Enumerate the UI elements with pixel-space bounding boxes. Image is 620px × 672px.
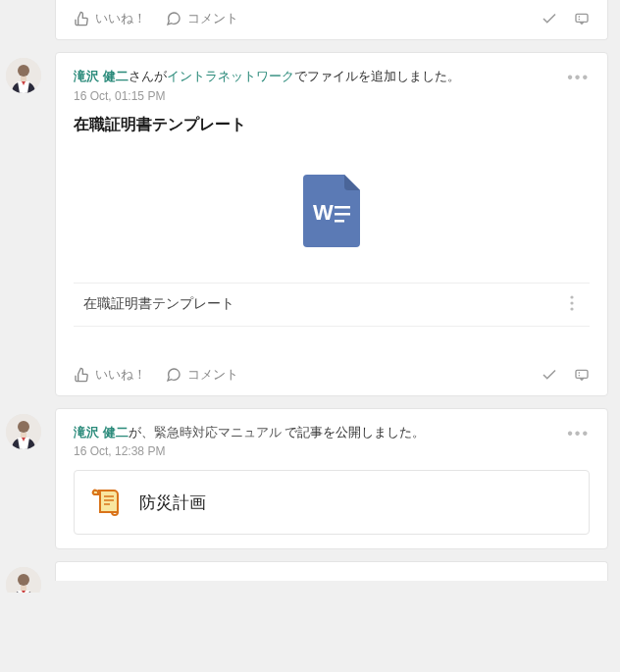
file-menu-icon[interactable] <box>564 295 580 314</box>
timestamp: 16 Oct, 01:15 PM <box>74 89 560 103</box>
svg-rect-13 <box>576 370 588 378</box>
svg-rect-8 <box>335 213 350 216</box>
svg-point-11 <box>570 301 573 304</box>
feed-card: 滝沢 健二が、緊急時対応マニュアル で記事を公開しました。 16 Oct, 12… <box>55 408 608 550</box>
avatar[interactable] <box>6 58 41 93</box>
file-name[interactable]: 在職証明書テンプレート <box>83 295 234 313</box>
scroll-icon <box>90 487 122 518</box>
like-button[interactable]: いいね！ <box>74 366 146 384</box>
comment-label: コメント <box>187 366 238 384</box>
svg-point-4 <box>18 65 29 77</box>
activity-line: 滝沢 健二さんがイントラネットワークでファイルを追加しました。 <box>74 67 560 86</box>
comment-icon <box>166 11 181 26</box>
more-options-icon[interactable]: ••• <box>567 69 590 86</box>
svg-point-17 <box>18 421 29 433</box>
feed-card-partial-top: いいね！ コメント <box>55 0 608 40</box>
activity-line: 滝沢 健二が、緊急時対応マニュアル で記事を公開しました。 <box>74 423 560 442</box>
comment-button[interactable]: コメント <box>166 10 238 27</box>
article-title: 防災計画 <box>139 491 206 514</box>
feed-card: 滝沢 健二さんがイントラネットワークでファイルを追加しました。 16 Oct, … <box>55 52 608 396</box>
more-options-icon[interactable]: ••• <box>567 425 590 442</box>
svg-rect-7 <box>335 206 350 209</box>
word-doc-icon: W <box>303 175 360 247</box>
feed-card-partial-bottom: 滝沢 健二が、緊急時対応マニュアル で記事を公開しました。 <box>55 561 608 581</box>
check-icon[interactable] <box>541 10 558 27</box>
svg-point-23 <box>18 574 29 586</box>
svg-rect-9 <box>335 220 344 223</box>
avatar[interactable] <box>6 567 41 593</box>
svg-point-12 <box>570 307 573 310</box>
svg-point-10 <box>570 295 573 298</box>
article-card[interactable]: 防災計画 <box>74 470 590 535</box>
action-bar: いいね！ コメント <box>74 0 590 39</box>
post-title: 在職証明書テンプレート <box>74 115 590 135</box>
like-button[interactable]: いいね！ <box>74 10 146 27</box>
like-label: いいね！ <box>95 10 146 27</box>
user-link[interactable]: 滝沢 健二 <box>74 69 129 83</box>
svg-rect-0 <box>576 14 588 22</box>
thumbs-up-icon <box>74 367 89 383</box>
file-row: 在職証明書テンプレート <box>74 283 590 327</box>
comment-button[interactable]: コメント <box>166 366 238 384</box>
file-preview[interactable]: W <box>74 135 590 277</box>
svg-text:W: W <box>313 200 334 225</box>
timestamp: 16 Oct, 12:38 PM <box>74 444 560 458</box>
reply-box-icon[interactable] <box>574 367 590 383</box>
comment-icon <box>166 367 181 383</box>
avatar[interactable] <box>6 414 41 449</box>
user-link[interactable]: 滝沢 健二 <box>74 425 129 439</box>
group-link[interactable]: 緊急時対応マニュアル <box>154 425 282 439</box>
comment-label: コメント <box>187 10 238 27</box>
reply-box-icon[interactable] <box>574 11 590 26</box>
like-label: いいね！ <box>95 366 146 384</box>
thumbs-up-icon <box>74 11 89 26</box>
check-icon[interactable] <box>541 366 558 384</box>
network-link[interactable]: イントラネットワーク <box>167 69 294 83</box>
action-bar: いいね！ コメント <box>74 356 590 395</box>
